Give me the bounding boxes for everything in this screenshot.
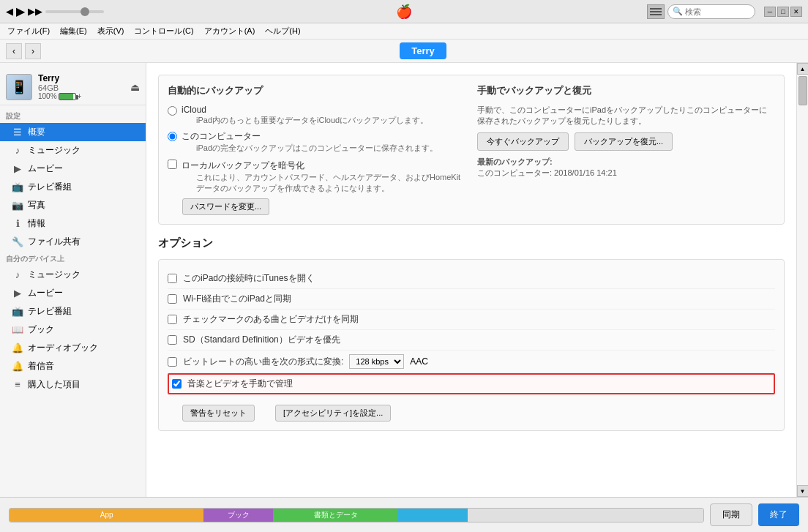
nav-forward[interactable]: ›	[25, 43, 41, 59]
accessibility-button[interactable]: [アクセシビリティ]を設定...	[275, 405, 391, 422]
main-layout: 📱 Terry 64GB 100% + ⏏ 設定 ☰ 概要 ♪ ミュージック ▶…	[0, 63, 808, 497]
menu-controls[interactable]: コントロール(C)	[130, 24, 198, 38]
tv-icon: 📺	[12, 181, 23, 192]
sidebar-item-filesharing[interactable]: 🔧 ファイル共有	[0, 233, 146, 251]
nav-back[interactable]: ‹	[6, 43, 22, 59]
sidebar-item-music[interactable]: ♪ ミュージック	[0, 141, 146, 160]
manual-desc: 手動で、このコンピューターにiPadをバックアップしたりこのコンピューターに保存…	[477, 105, 775, 127]
volume-thumb	[81, 7, 89, 16]
sd-video-checkbox[interactable]	[168, 335, 177, 345]
sidebar-item-movies2[interactable]: ▶ ムービー	[0, 284, 146, 302]
encrypt-label: ローカルバックアップを暗号化	[182, 160, 304, 171]
battery-area: 100% +	[38, 92, 124, 100]
search-icon: 🔍	[673, 7, 683, 16]
encrypt-checkbox[interactable]	[168, 160, 177, 169]
option-checked-only: チェックマークのある曲とビデオだけを同期	[168, 310, 775, 330]
scrollbar: ▲ ▼	[796, 63, 808, 497]
change-password-button[interactable]: パスワードを変更...	[182, 198, 269, 215]
music2-icon: ♪	[12, 269, 23, 280]
movies-icon: ▶	[12, 163, 23, 174]
storage-other	[398, 509, 468, 522]
thispc-option: このコンピューター iPadの完全なバックアップはこのコンピューターに保存されま…	[168, 130, 465, 154]
finish-button[interactable]: 終了	[758, 503, 799, 526]
open-itunes-checkbox[interactable]	[168, 274, 177, 283]
sidebar-item-info[interactable]: ℹ 情報	[0, 214, 146, 233]
icloud-radio[interactable]	[168, 106, 177, 116]
menu-account[interactable]: アカウント(A)	[200, 24, 260, 38]
sidebar-item-overview[interactable]: ☰ 概要	[0, 123, 146, 141]
minimize-button[interactable]: ─	[764, 7, 776, 17]
backup-section-title: 自動的にバックアップ	[168, 84, 465, 97]
menu-bar: ファイル(F) 編集(E) 表示(V) コントロール(C) アカウント(A) ヘ…	[0, 23, 808, 40]
sd-video-label: SD（Standard Definition）ビデオを優先	[183, 334, 340, 346]
sync-button[interactable]: 同期	[710, 503, 752, 526]
backup-left-col: 自動的にバックアップ iCloud iPad内のもっとも重要なデータをiClou…	[168, 84, 465, 215]
bitrate-suffix: AAC	[410, 356, 428, 367]
wifi-sync-checkbox[interactable]	[168, 294, 177, 304]
sidebar-item-tv[interactable]: 📺 テレビ番組	[0, 178, 146, 196]
bitrate-select[interactable]: 128 kbps 256 kbps	[349, 354, 404, 369]
scroll-down-arrow[interactable]: ▼	[797, 485, 809, 497]
menu-view[interactable]: 表示(V)	[93, 24, 129, 38]
options-heading: オプション	[158, 236, 785, 250]
eject-button[interactable]: ⏏	[130, 81, 140, 93]
option-sd-video: SD（Standard Definition）ビデオを優先	[168, 330, 775, 351]
thispc-desc: iPadの完全なバックアップはこのコンピューターに保存されます。	[196, 143, 438, 154]
photos-icon: 📷	[12, 200, 23, 211]
window-controls: ─ □ ✕	[764, 7, 802, 17]
device-thumbnail: 📱	[6, 74, 32, 100]
icloud-option: iCloud iPad内のもっとも重要なデータをiCloudにバックアップします…	[168, 105, 465, 126]
sidebar-item-ringtones[interactable]: 🔔 着信音	[0, 357, 146, 375]
info-icon: ℹ	[12, 218, 23, 229]
settings-section-label: 設定	[0, 108, 146, 123]
list-view-icon[interactable]	[647, 4, 665, 19]
sidebar-item-audiobooks[interactable]: 🔔 オーディオブック	[0, 339, 146, 357]
music-icon: ♪	[12, 145, 23, 156]
option-open-itunes: このiPadの接続時にiTunesを開く	[168, 269, 775, 289]
search-input[interactable]	[685, 7, 750, 16]
search-box: 🔍	[667, 4, 755, 19]
fast-forward-btn[interactable]: ▶▶	[28, 6, 42, 17]
thispc-label: このコンピューター	[182, 130, 438, 143]
checked-only-checkbox[interactable]	[168, 315, 177, 324]
audiobooks-icon: 🔔	[12, 342, 23, 353]
bottom-bar: App ブック 書類とデータ 同期 終了	[0, 497, 808, 532]
bitrate-checkbox[interactable]	[168, 357, 177, 367]
restore-button[interactable]: □	[777, 7, 789, 17]
sidebar-item-books[interactable]: 📖 ブック	[0, 321, 146, 339]
overview-icon: ☰	[12, 127, 23, 138]
last-backup: 最新のバックアップ: このコンピューター: 2018/01/16 14:21	[477, 157, 775, 179]
sidebar-item-photos[interactable]: 📷 写真	[0, 196, 146, 214]
storage-free	[468, 509, 703, 522]
menu-edit[interactable]: 編集(E)	[56, 24, 91, 38]
scroll-track[interactable]	[797, 75, 808, 485]
volume-slider[interactable]	[45, 10, 104, 13]
menu-file[interactable]: ファイル(F)	[3, 24, 54, 38]
books-icon: 📖	[12, 324, 23, 335]
rewind-btn[interactable]: ◀	[6, 6, 13, 17]
reset-warnings-button[interactable]: 警告をリセット	[182, 405, 255, 422]
option-manual-manage: 音楽とビデオを手動で管理	[168, 373, 775, 394]
manual-manage-checkbox[interactable]	[172, 379, 182, 389]
sidebar-item-music2[interactable]: ♪ ミュージック	[0, 266, 146, 284]
thispc-radio[interactable]	[168, 132, 177, 141]
purchased-icon: ≡	[12, 379, 23, 390]
restore-button[interactable]: バックアップを復元...	[575, 132, 673, 151]
manual-btn-row: 今すぐバックアップ バックアップを復元...	[477, 132, 775, 151]
apple-logo: 🍎	[396, 4, 412, 20]
play-btn[interactable]: ▶	[16, 4, 25, 18]
sidebar-item-purchased[interactable]: ≡ 購入した項目	[0, 375, 146, 394]
scroll-thumb[interactable]	[798, 76, 807, 105]
device-badge: Terry	[400, 42, 446, 59]
options-section: オプション このiPadの接続時にiTunesを開く Wi-Fi経由でこのiPa…	[158, 236, 785, 431]
sidebar-item-movies[interactable]: ▶ ムービー	[0, 160, 146, 178]
backup-now-button[interactable]: 今すぐバックアップ	[477, 132, 569, 151]
menu-help[interactable]: ヘルプ(H)	[261, 24, 304, 38]
device-name: Terry	[38, 73, 124, 83]
close-button[interactable]: ✕	[790, 7, 802, 17]
sidebar-item-tv2[interactable]: 📺 テレビ番組	[0, 302, 146, 321]
device-section: 📱 Terry 64GB 100% + ⏏	[0, 69, 146, 105]
manual-backup-title: 手動でバックアップと復元	[477, 84, 775, 97]
playback-controls: ◀ ▶ ▶▶	[6, 4, 104, 18]
scroll-up-arrow[interactable]: ▲	[797, 63, 809, 75]
